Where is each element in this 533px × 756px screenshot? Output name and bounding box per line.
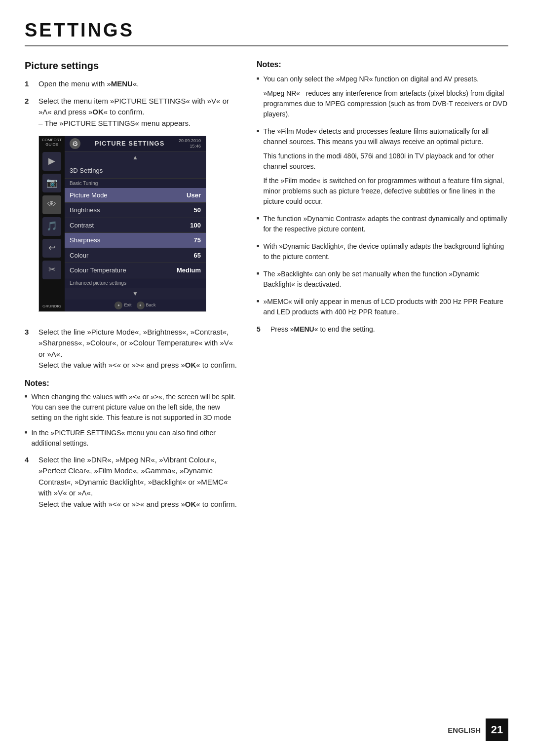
tv-item-colour-temp-value: Medium (177, 265, 201, 275)
tv-datetime: 20.09.201015:46 (179, 138, 201, 149)
tv-menu-screenshot: COMFORTGUIDE ▶ 📷 👁 🎵 ↩ ✂ GRUNDIG (38, 136, 206, 312)
right-note-5: The »Backlight« can only be set manually… (257, 269, 508, 290)
step-5: 5 Press »MENU« to end the setting. (257, 324, 508, 335)
tv-item-brightness-label: Brightness (70, 205, 100, 215)
step-3: 3 Select the line »Picture Mode«, »Brigh… (25, 327, 237, 371)
tv-sidebar-icon-tools: ✂ (42, 261, 61, 279)
tv-back-btn: ● Back (137, 302, 156, 309)
tv-item-brightness-value: 50 (194, 205, 201, 215)
step-1: 1 Open the menu with »MENU«. (25, 78, 237, 90)
right-column: Notes: You can only select the »Mpeg NR«… (257, 60, 508, 516)
tv-main-content: ⚙ PICTURE SETTINGS 20.09.201015:46 ▲ 3D … (65, 136, 206, 311)
tv-section-enhanced: Enhanced picture settings (65, 278, 206, 288)
tv-item-picture-mode-label: Picture Mode (70, 190, 108, 200)
tv-item-colour-temperature: Colour Temperature Medium (65, 263, 206, 278)
left-column: Picture settings 1 Open the menu with »M… (25, 60, 237, 516)
notes-list-left: When changing the values with »<« or »>«… (25, 392, 237, 449)
tv-scroll-down: ▼ (65, 288, 206, 300)
tv-item-brightness: Brightness 50 (65, 203, 206, 218)
step-3-number: 3 (25, 327, 34, 371)
tv-sidebar-icon-play: ▶ (42, 152, 61, 171)
step-3-content: Select the line »Picture Mode«, »Brightn… (38, 327, 237, 371)
right-note-3-text: The function »Dynamic Contrast« adapts t… (263, 214, 508, 234)
note-left-2: In the »PICTURE SETTINGS« menu you can a… (25, 428, 237, 449)
tv-item-contrast-label: Contrast (70, 221, 94, 230)
step-4-number: 4 (25, 454, 34, 510)
tv-sidebar-icon-eye: 👁 (42, 195, 61, 214)
steps-list: 1 Open the menu with »MENU«. 2 Select th… (25, 78, 237, 371)
right-note-1: You can only select the »Mpeg NR« functi… (257, 74, 508, 119)
right-note-6-text: »MEMC« will only appear in menus of LCD … (263, 297, 508, 317)
right-note-1-text: You can only select the »Mpeg NR« functi… (263, 74, 508, 84)
tv-section-basic-tuning: Basic Tuning (65, 179, 206, 188)
right-note-5-text: The »Backlight« can only be set manually… (263, 269, 508, 290)
step-4-content: Select the line »DNR«, »Mpeg NR«, »Vibra… (38, 454, 237, 510)
steps-list-2: 4 Select the line »DNR«, »Mpeg NR«, »Vib… (25, 454, 237, 510)
tv-item-sharpness: Sharpness 75 (65, 233, 206, 248)
footer-language: ENGLISH (448, 726, 481, 734)
step-2: 2 Select the menu item »PICTURE SETTINGS… (25, 96, 237, 321)
tv-item-sharpness-label: Sharpness (70, 235, 100, 245)
tv-exit-circle: ● (114, 302, 122, 309)
right-note-6: »MEMC« will only appear in menus of LCD … (257, 297, 508, 317)
tv-item-contrast-value: 100 (190, 221, 201, 230)
right-note-2-block: The »Film Mode« detects and processes fe… (263, 126, 508, 207)
step-4: 4 Select the line »DNR«, »Mpeg NR«, »Vib… (25, 454, 237, 510)
tv-sidebar-icon-photo: 📷 (42, 174, 61, 192)
tv-item-colour-temp-label: Colour Temperature (70, 265, 126, 275)
step-5-number: 5 (257, 324, 266, 335)
grundig-logo: GRUNDIG (42, 303, 61, 311)
page-heading: SETTINGS (25, 20, 508, 46)
tv-header: ⚙ PICTURE SETTINGS 20.09.201015:46 (65, 136, 206, 151)
tv-item-3d-label: 3D Settings (70, 166, 103, 176)
step-2-content: Select the menu item »PICTURE SETTINGS« … (38, 96, 237, 321)
right-note-1-extra: »Mpeg NR« reduces any interference from … (263, 88, 508, 119)
heading-text: SETTINGS (25, 20, 508, 41)
footer-page-number: 21 (486, 718, 508, 741)
step-2-number: 2 (25, 96, 34, 321)
step-5-text: Press »MENU« to end the setting. (270, 324, 375, 335)
tv-sidebar-icon-audio: 🎵 (42, 217, 61, 236)
tv-comfort-guide-logo: COMFORTGUIDE (42, 138, 62, 147)
tv-item-colour: Colour 65 (65, 248, 206, 264)
right-note-2-extra1: This functions in the modi 480i, 576i an… (263, 151, 508, 172)
page-footer: ENGLISH 21 (448, 718, 508, 741)
tv-settings-icon: ⚙ (70, 138, 80, 149)
tv-item-3d-settings: 3D Settings (65, 163, 206, 179)
tv-item-colour-label: Colour (70, 251, 88, 261)
tv-exit-label: Exit (124, 302, 131, 309)
tv-item-colour-value: 65 (194, 251, 201, 261)
tv-back-circle: ● (137, 302, 145, 309)
right-note-4: With »Dynamic Backlight«, the device opt… (257, 241, 508, 262)
tv-item-contrast: Contrast 100 (65, 218, 206, 233)
right-note-1-block: You can only select the »Mpeg NR« functi… (263, 74, 508, 119)
tv-back-label: Back (146, 302, 156, 309)
right-note-2-extra2: If the »Film mode« is switched on for pr… (263, 176, 508, 207)
tv-item-picture-mode: Picture Mode User (65, 188, 206, 203)
tv-footer: ● Exit ● Back (65, 300, 206, 311)
tv-exit-btn: ● Exit (114, 302, 131, 309)
right-notes-list: You can only select the »Mpeg NR« functi… (257, 74, 508, 317)
step-1-content: Open the menu with »MENU«. (38, 78, 237, 90)
tv-item-sharpness-value: 75 (194, 235, 201, 245)
tv-menu-title: PICTURE SETTINGS (95, 139, 165, 149)
section-title: Picture settings (25, 60, 237, 72)
right-notes-heading: Notes: (257, 60, 508, 69)
right-note-4-text: With »Dynamic Backlight«, the device opt… (263, 241, 508, 262)
right-note-2: The »Film Mode« detects and processes fe… (257, 126, 508, 207)
note-left-1: When changing the values with »<« or »>«… (25, 392, 237, 423)
right-note-2-text: The »Film Mode« detects and processes fe… (263, 126, 508, 147)
tv-scroll-up: ▲ (65, 151, 206, 163)
right-note-3: The function »Dynamic Contrast« adapts t… (257, 214, 508, 234)
tv-sidebar-icon-return: ↩ (42, 239, 61, 258)
step-1-number: 1 (25, 78, 34, 90)
notes-heading-left: Notes: (25, 379, 237, 388)
tv-item-picture-mode-value: User (187, 190, 201, 200)
tv-sidebar: COMFORTGUIDE ▶ 📷 👁 🎵 ↩ ✂ GRUNDIG (39, 136, 65, 311)
